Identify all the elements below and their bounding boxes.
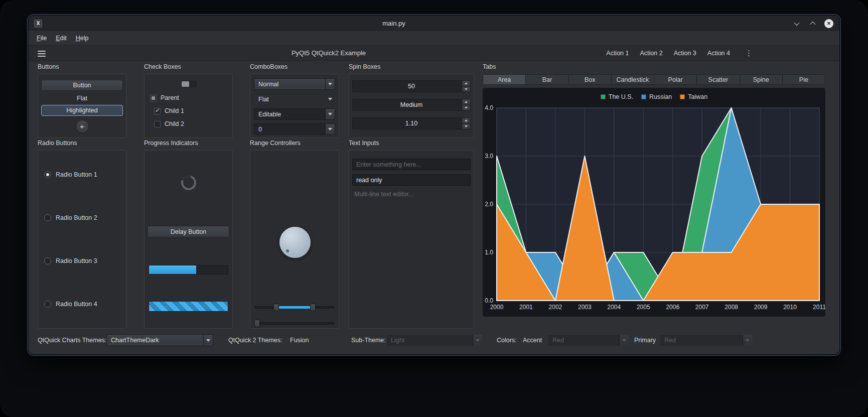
group-title: Tabs	[483, 63, 825, 70]
legend-item: Russian	[641, 93, 672, 100]
triangle-down-icon	[465, 88, 468, 90]
spin-up-button[interactable]	[462, 99, 470, 105]
radio-button-1[interactable]: Radio Button 1	[44, 171, 97, 179]
tab-spine[interactable]: Spine	[740, 74, 783, 85]
slider-handle[interactable]	[254, 320, 260, 327]
range-slider-handle-second[interactable]	[310, 304, 316, 311]
spin-down-button[interactable]	[462, 105, 470, 111]
hamburger-menu-icon[interactable]	[38, 51, 46, 57]
action-1-button[interactable]: Action 1	[606, 50, 629, 57]
checkbox-unchecked-icon	[154, 121, 161, 127]
radio-label: Radio Button 3	[56, 257, 97, 264]
tab-scatter[interactable]: Scatter	[696, 74, 740, 85]
legend-swatch-icon	[601, 94, 606, 99]
legend-swatch-icon	[680, 94, 685, 99]
statusbar: QtQuick Charts Themes: ChartThemeDark Qt…	[29, 334, 839, 346]
close-button[interactable]: ✕	[824, 19, 833, 28]
button-normal[interactable]: Button	[41, 80, 123, 91]
readonly-field[interactable]	[352, 174, 471, 186]
chevron-down-icon	[325, 79, 335, 89]
button-highlighted[interactable]: Highlighted	[41, 105, 123, 116]
combobox-editable-number[interactable]: 0	[254, 123, 335, 135]
radio-button-3[interactable]: Radio Button 3	[44, 257, 97, 265]
spinbox-text[interactable]: Medium	[352, 99, 471, 111]
group-title: Spin Boxes	[349, 63, 474, 70]
svg-text:2000: 2000	[490, 304, 504, 311]
chevron-down-icon	[619, 335, 629, 346]
checkbox-child-2[interactable]: Child 2	[154, 120, 232, 127]
legend-label: Russian	[649, 93, 672, 100]
menu-item-edit[interactable]: Edit	[51, 33, 71, 43]
spinbox-value: 1.10	[405, 120, 417, 127]
radio-button-4[interactable]: Radio Button 4	[44, 300, 97, 308]
round-add-button[interactable]: +	[76, 120, 89, 133]
radio-button-2[interactable]: Radio Button 2	[44, 214, 97, 222]
chevron-down-icon	[794, 20, 799, 25]
group-checkboxes: Check Boxes Parent ✓ Child 1 Child 2	[144, 63, 233, 138]
radio-icon	[44, 214, 51, 221]
combobox-flat[interactable]: Flat	[254, 93, 335, 105]
check-mark-icon: ✓	[155, 107, 160, 114]
action-2-button[interactable]: Action 2	[640, 50, 662, 57]
delay-button[interactable]: Delay Button	[148, 226, 229, 237]
dial-control[interactable]	[279, 227, 311, 258]
combobox-editable[interactable]: Editable	[254, 108, 335, 120]
combobox-value: ChartThemeDark	[107, 337, 203, 344]
spinbox-integer[interactable]: 50	[352, 80, 471, 92]
combobox-normal[interactable]: Normal	[254, 78, 335, 90]
titlebar[interactable]: X main.py ✕	[29, 16, 839, 31]
overflow-menu-icon[interactable]: ⋮	[745, 46, 753, 61]
spinbox-double[interactable]: 1.10	[352, 117, 471, 129]
tab-pie[interactable]: Pie	[782, 74, 825, 85]
chart-panel: The U.S.RussianTaiwan 200020012002200320…	[483, 88, 825, 317]
switch-handle	[182, 81, 189, 87]
action-3-button[interactable]: Action 3	[674, 50, 696, 57]
group-title: ComboBoxes	[250, 63, 339, 70]
menu-item-help[interactable]: Help	[71, 33, 93, 43]
menu-item-file[interactable]: File	[32, 33, 51, 43]
chevron-down-icon	[325, 94, 335, 104]
spin-up-button[interactable]	[462, 81, 470, 86]
group-title: Buttons	[38, 63, 126, 70]
checkbox-child-1[interactable]: ✓ Child 1	[154, 107, 232, 114]
tab-candlestick[interactable]: Candlestick	[611, 74, 654, 85]
progress-bar-indeterminate	[149, 301, 228, 312]
tab-box[interactable]: Box	[568, 74, 612, 85]
switch-control[interactable]	[181, 81, 196, 87]
charts-theme-combobox[interactable]: ChartThemeDark	[106, 334, 213, 346]
group-progress-indicators: Progress Indicators Delay Button	[144, 140, 233, 329]
spinbox-buttons	[462, 99, 470, 110]
svg-text:4.0: 4.0	[485, 104, 493, 111]
colors-label: Colors:	[497, 334, 517, 346]
svg-text:2009: 2009	[754, 304, 768, 311]
toolbar-actions: Action 1 Action 2 Action 3 Action 4 ⋮	[606, 46, 753, 61]
tab-polar[interactable]: Polar	[654, 74, 697, 85]
chevron-up-icon	[810, 21, 815, 27]
range-slider[interactable]	[254, 303, 335, 311]
radio-icon	[44, 171, 51, 178]
text-field[interactable]	[352, 159, 471, 170]
tab-area[interactable]: Area	[483, 74, 526, 85]
minimize-button[interactable]	[792, 19, 801, 28]
range-slider-handle-first[interactable]	[273, 304, 279, 311]
svg-text:2007: 2007	[695, 304, 709, 311]
subtheme-combobox: Light	[386, 334, 483, 346]
combobox-value: 0	[254, 126, 325, 133]
progress-bar-fill	[149, 265, 196, 274]
chart-canvas: 2000200120022003200420052006200720082009…	[483, 88, 825, 317]
spin-down-button[interactable]	[462, 86, 470, 92]
checkbox-parent[interactable]: Parent	[150, 94, 232, 101]
button-flat[interactable]: Flat	[41, 94, 123, 102]
spinbox-buttons	[462, 118, 470, 129]
multiline-editor[interactable]	[352, 190, 471, 323]
svg-text:2003: 2003	[578, 304, 592, 311]
charts-themes-label: QtQuick Charts Themes:	[38, 334, 106, 346]
maximize-button[interactable]	[808, 19, 817, 28]
spin-up-button[interactable]	[462, 118, 470, 123]
accent-label: Accent	[523, 334, 542, 346]
spin-down-button[interactable]	[462, 123, 470, 129]
action-4-button[interactable]: Action 4	[707, 50, 730, 57]
combobox-value: Red	[548, 337, 619, 344]
tab-bar-chart[interactable]: Bar	[525, 74, 568, 85]
slider[interactable]	[254, 319, 335, 327]
